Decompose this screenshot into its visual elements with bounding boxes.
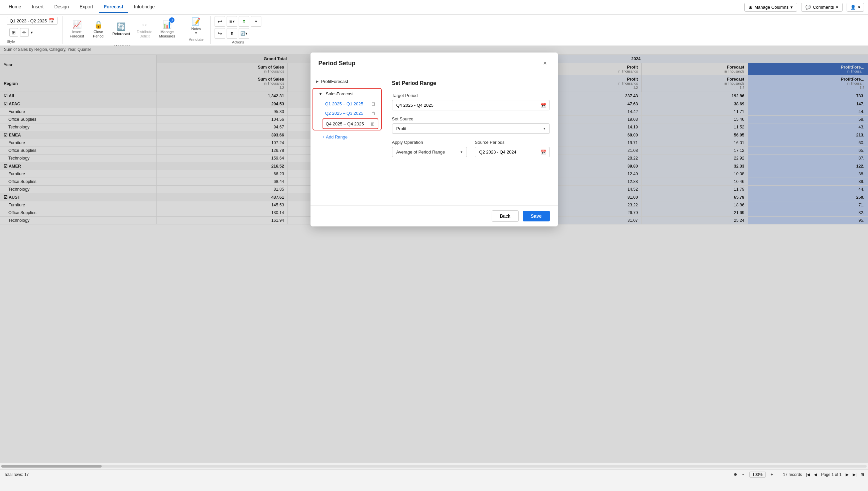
target-period-calendar-icon[interactable]: 📅 [537,101,550,110]
style-btn-1[interactable]: ⊞ [9,28,18,37]
excel-dropdown-button[interactable]: ▾ [251,16,261,27]
range-item-3-selected[interactable]: Q4 2025 – Q4 2025 🗑 [322,118,378,129]
target-period-input[interactable]: 📅 [392,100,550,110]
source-periods-field[interactable] [475,147,537,157]
undo-button[interactable]: ↩ [215,16,225,27]
ribbon-group-annotate: 📝 Notes ▾ Annotate [182,16,211,44]
chevron-down-icon: ▾ [790,5,793,10]
refresh-dropdown-button[interactable]: 🔄▾ [239,28,249,39]
modal-left-panel: ▶ ProfitForecast ▼ SalesForecast Q1 2025… [310,72,384,205]
delete-range-1-button[interactable]: 🗑 [371,101,376,106]
scroll-thumb[interactable] [1,465,102,468]
excel-button[interactable]: X [239,16,249,27]
period-setup-modal: Period Setup × ▶ ProfitForecast ▼ [310,53,558,226]
records-count: 17 records [783,472,802,477]
set-period-range-title: Set Period Range [392,80,550,86]
tab-home[interactable]: Home [4,1,26,13]
apply-operation-value: Average of Period Range [396,149,461,154]
manage-columns-label: Manage Columns [754,5,788,10]
apply-operation-select[interactable]: Average of Period Range ▾ [392,147,467,157]
tab-infobridge[interactable]: Infobridge [129,1,159,13]
sales-forecast-label: SalesForecast [326,91,353,96]
manage-columns-button[interactable]: ⊞ Manage Columns ▾ [744,3,797,12]
next-page-button[interactable]: ▶ [846,472,848,477]
user-button[interactable]: 👤 ▾ [847,3,864,12]
horizontal-scrollbar[interactable] [0,463,868,469]
back-button[interactable]: Back [492,210,519,222]
comments-button[interactable]: 💬 Comments ▾ [801,3,843,12]
actions-row1: ↩ ⊞▾ X ▾ [215,16,261,27]
chevron-down-icon-2: ▾ [836,5,838,10]
total-rows-label: Total rows: 17 [4,472,29,477]
grid-view-icon[interactable]: ⊞ [861,472,864,477]
close-period-label: ClosePeriod [93,30,103,38]
style-btn-2[interactable]: ✏ [20,28,29,37]
first-page-button[interactable]: |◀ [806,472,810,477]
actions-row2: ↪ ⬆ 🔄▾ [215,28,261,39]
delete-range-2-button[interactable]: 🗑 [371,110,376,116]
user-icon: 👤 [850,5,856,10]
modal-title: Period Setup [318,60,355,67]
notes-label: Notes [191,27,201,31]
zoom-plus-button[interactable]: ＋ [770,471,774,477]
add-range-button[interactable]: + Add Range [310,132,384,142]
chevron-down-icon-3: ▾ [858,5,860,10]
range-item-1[interactable]: Q1 2025 – Q1 2025 🗑 [313,99,381,108]
notes-button[interactable]: 📝 Notes ▾ [186,16,206,36]
manage-measures-button[interactable]: 3 📊 ManageMeasures [156,16,178,43]
calendar-icon: 📅 [49,18,55,23]
tab-insert[interactable]: Insert [27,1,48,13]
notes-icon: 📝 [191,18,200,26]
set-source-label: Set Source [392,116,550,121]
page-info: Page 1 of 1 [821,472,841,477]
scroll-track[interactable] [1,465,867,468]
last-page-button[interactable]: ▶| [852,472,857,477]
sales-forecast-header[interactable]: ▼ SalesForecast [313,89,381,99]
zoom-minus-button[interactable]: － [741,471,745,477]
undo-dropdown-button[interactable]: ⊞▾ [227,16,237,27]
tab-design[interactable]: Design [50,1,73,13]
modal-header: Period Setup × [310,53,558,72]
modal-overlay: Period Setup × ▶ ProfitForecast ▼ [0,46,868,463]
ribbon-content: Q1 2023 - Q2 2025 📅 ⊞ ✏ ▾ Style 📈 Insert… [0,15,868,46]
prev-page-button[interactable]: ◀ [814,472,817,477]
columns-icon: ⊞ [749,5,752,10]
comments-icon: 💬 [806,5,811,10]
save-button[interactable]: Save [523,211,550,222]
close-period-button[interactable]: 🔒 ClosePeriod [88,16,108,43]
tab-export[interactable]: Export [75,1,98,13]
ribbon-group-period: Q1 2023 - Q2 2025 📅 ⊞ ✏ ▾ Style [3,16,63,44]
insert-forecast-button[interactable]: 📈 InsertForecast [67,16,87,43]
actions-buttons: ↩ ⊞▾ X ▾ ↪ ⬆ 🔄▾ [215,16,261,39]
tab-forecast[interactable]: Forecast [99,1,128,13]
upload-button[interactable]: ⬆ [227,28,237,39]
profit-forecast-item[interactable]: ▶ ProfitForecast [310,76,384,87]
ribbon-group-actions: ↩ ⊞▾ X ▾ ↪ ⬆ 🔄▾ Actions [211,16,266,44]
range-item-2[interactable]: Q2 2025 – Q3 2025 🗑 [313,108,381,118]
status-bar-right: ⚙ － 100% ＋ 17 records |◀ ◀ Page 1 of 1 ▶… [734,471,864,478]
source-periods-label: Source Periods [475,140,550,145]
main-content: Sum of Sales by Region, Category, Year, … [0,46,868,463]
source-periods-input[interactable]: 📅 [475,147,550,157]
ribbon-group-measures: 📈 InsertForecast 🔒 ClosePeriod 🔄 Reforec… [63,16,182,44]
reforecast-button[interactable]: 🔄 Reforecast [110,16,133,43]
set-source-value: Profit [396,126,544,131]
modal-close-button[interactable]: × [540,59,550,68]
redo-button[interactable]: ↪ [215,28,225,39]
chevron-down-notes: ▾ [195,31,197,35]
period-label: Q1 2023 - Q2 2025 [10,19,47,23]
modal-body: ▶ ProfitForecast ▼ SalesForecast Q1 2025… [310,72,558,205]
settings-icon[interactable]: ⚙ [734,472,737,477]
delete-range-3-button[interactable]: 🗑 [370,121,375,126]
modal-footer: Back Save [310,205,558,226]
ribbon-tab-bar: Home Insert Design Export Forecast Infob… [0,0,868,15]
distribute-deficit-button[interactable]: ↔ DistributeDeficit [134,16,155,43]
sales-forecast-section: ▼ SalesForecast Q1 2025 – Q1 2025 🗑 Q2 2… [312,88,382,131]
source-periods-calendar-icon[interactable]: 📅 [537,147,550,157]
period-selector[interactable]: Q1 2023 - Q2 2025 📅 [7,17,58,25]
actions-group-label: Actions [232,40,244,44]
badge: 3 [169,18,175,23]
chevron-down-icon-4: ▾ [31,30,33,35]
target-period-field[interactable] [393,100,537,110]
set-source-select[interactable]: Profit ▾ [392,123,550,134]
